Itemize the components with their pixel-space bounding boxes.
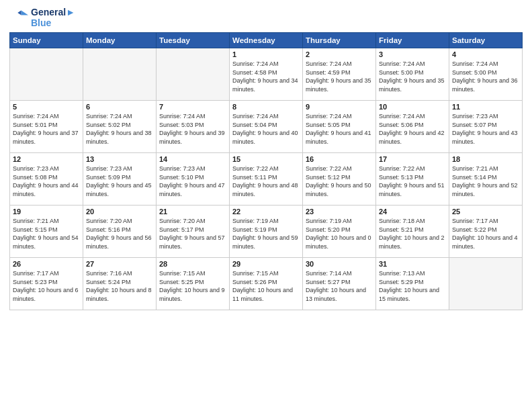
cell-info: Sunrise: 7:23 AMSunset: 5:08 PMDaylight:…: [13, 165, 80, 198]
day-number: 15: [232, 155, 300, 163]
day-number: 28: [159, 260, 226, 268]
day-number: 12: [13, 155, 80, 163]
day-number: 17: [379, 155, 446, 163]
day-number: 10: [379, 103, 446, 111]
calendar-cell: 7Sunrise: 7:24 AMSunset: 5:03 PMDaylight…: [157, 101, 230, 153]
logo-icon: [9, 8, 28, 27]
week-row-1: 1Sunrise: 7:24 AMSunset: 4:58 PMDaylight…: [10, 48, 523, 101]
cell-info: Sunrise: 7:22 AMSunset: 5:11 PMDaylight:…: [232, 165, 300, 198]
calendar-cell: 26Sunrise: 7:17 AMSunset: 5:23 PMDayligh…: [10, 258, 83, 310]
cell-info: Sunrise: 7:17 AMSunset: 5:22 PMDaylight:…: [452, 217, 519, 250]
day-number: 26: [13, 260, 80, 268]
calendar-table: SundayMondayTuesdayWednesdayThursdayFrid…: [9, 32, 523, 310]
calendar-cell: 10Sunrise: 7:24 AMSunset: 5:06 PMDayligh…: [376, 101, 449, 153]
calendar-cell: 28Sunrise: 7:15 AMSunset: 5:25 PMDayligh…: [157, 258, 230, 310]
cell-info: Sunrise: 7:19 AMSunset: 5:19 PMDaylight:…: [232, 217, 300, 250]
cell-info: Sunrise: 7:21 AMSunset: 5:15 PMDaylight:…: [13, 217, 80, 250]
week-row-3: 12Sunrise: 7:23 AMSunset: 5:08 PMDayligh…: [10, 153, 523, 205]
calendar-cell: 19Sunrise: 7:21 AMSunset: 5:15 PMDayligh…: [10, 205, 83, 258]
cell-info: Sunrise: 7:17 AMSunset: 5:23 PMDaylight:…: [13, 269, 80, 303]
cell-info: Sunrise: 7:16 AMSunset: 5:24 PMDaylight:…: [86, 269, 153, 303]
page: General► Blue SundayMondayTuesdayWednesd…: [0, 0, 532, 411]
logo: General► Blue: [9, 7, 75, 28]
header: General► Blue: [9, 7, 523, 28]
calendar-cell: 12Sunrise: 7:23 AMSunset: 5:08 PMDayligh…: [10, 153, 83, 205]
day-number: 25: [452, 208, 519, 216]
week-row-5: 26Sunrise: 7:17 AMSunset: 5:23 PMDayligh…: [10, 258, 523, 310]
weekday-header-friday: Friday: [376, 33, 449, 48]
cell-info: Sunrise: 7:24 AMSunset: 5:05 PMDaylight:…: [306, 112, 373, 146]
cell-info: Sunrise: 7:21 AMSunset: 5:14 PMDaylight:…: [452, 165, 519, 198]
calendar-cell: 9Sunrise: 7:24 AMSunset: 5:05 PMDaylight…: [303, 101, 376, 153]
cell-info: Sunrise: 7:20 AMSunset: 5:17 PMDaylight:…: [159, 217, 226, 250]
calendar-cell: [83, 48, 157, 101]
calendar-cell: 16Sunrise: 7:22 AMSunset: 5:12 PMDayligh…: [303, 153, 376, 205]
cell-info: Sunrise: 7:24 AMSunset: 5:00 PMDaylight:…: [452, 60, 519, 93]
calendar-cell: 23Sunrise: 7:19 AMSunset: 5:20 PMDayligh…: [303, 205, 376, 258]
cell-info: Sunrise: 7:19 AMSunset: 5:20 PMDaylight:…: [306, 217, 373, 250]
cell-info: Sunrise: 7:24 AMSunset: 5:04 PMDaylight:…: [232, 112, 300, 146]
calendar-cell: 6Sunrise: 7:24 AMSunset: 5:02 PMDaylight…: [83, 101, 157, 153]
cell-info: Sunrise: 7:15 AMSunset: 5:26 PMDaylight:…: [232, 269, 300, 303]
weekday-header-wednesday: Wednesday: [230, 33, 303, 48]
svg-marker-1: [17, 11, 21, 15]
day-number: 19: [13, 208, 80, 216]
day-number: 9: [306, 103, 373, 111]
day-number: 31: [379, 260, 446, 268]
day-number: 22: [232, 208, 300, 216]
cell-info: Sunrise: 7:18 AMSunset: 5:21 PMDaylight:…: [379, 217, 446, 250]
cell-info: Sunrise: 7:13 AMSunset: 5:29 PMDaylight:…: [379, 269, 446, 303]
cell-info: Sunrise: 7:23 AMSunset: 5:07 PMDaylight:…: [452, 112, 519, 146]
cell-info: Sunrise: 7:23 AMSunset: 5:10 PMDaylight:…: [159, 165, 226, 198]
cell-info: Sunrise: 7:20 AMSunset: 5:16 PMDaylight:…: [86, 217, 153, 250]
calendar-cell: 30Sunrise: 7:14 AMSunset: 5:27 PMDayligh…: [303, 258, 376, 310]
cell-info: Sunrise: 7:22 AMSunset: 5:13 PMDaylight:…: [379, 165, 446, 198]
calendar-cell: 21Sunrise: 7:20 AMSunset: 5:17 PMDayligh…: [157, 205, 230, 258]
weekday-header-monday: Monday: [83, 33, 157, 48]
day-number: 7: [159, 103, 226, 111]
day-number: 16: [306, 155, 373, 163]
calendar-cell: 22Sunrise: 7:19 AMSunset: 5:19 PMDayligh…: [230, 205, 303, 258]
calendar-cell: 4Sunrise: 7:24 AMSunset: 5:00 PMDaylight…: [449, 48, 523, 101]
calendar-cell: 14Sunrise: 7:23 AMSunset: 5:10 PMDayligh…: [157, 153, 230, 205]
calendar-cell: 20Sunrise: 7:20 AMSunset: 5:16 PMDayligh…: [83, 205, 157, 258]
cell-info: Sunrise: 7:14 AMSunset: 5:27 PMDaylight:…: [306, 269, 373, 303]
day-number: 13: [86, 155, 153, 163]
day-number: 21: [159, 208, 226, 216]
calendar-cell: 29Sunrise: 7:15 AMSunset: 5:26 PMDayligh…: [230, 258, 303, 310]
day-number: 27: [86, 260, 153, 268]
cell-info: Sunrise: 7:22 AMSunset: 5:12 PMDaylight:…: [306, 165, 373, 198]
weekday-header-row: SundayMondayTuesdayWednesdayThursdayFrid…: [10, 33, 523, 48]
calendar-cell: [10, 48, 83, 101]
calendar-cell: [157, 48, 230, 101]
calendar-cell: 2Sunrise: 7:24 AMSunset: 4:59 PMDaylight…: [303, 48, 376, 101]
cell-info: Sunrise: 7:24 AMSunset: 5:02 PMDaylight:…: [86, 112, 153, 146]
day-number: 4: [452, 50, 519, 58]
cell-info: Sunrise: 7:24 AMSunset: 5:06 PMDaylight:…: [379, 112, 446, 146]
day-number: 3: [379, 50, 446, 58]
cell-info: Sunrise: 7:24 AMSunset: 4:59 PMDaylight:…: [306, 60, 373, 93]
day-number: 5: [13, 103, 80, 111]
week-row-4: 19Sunrise: 7:21 AMSunset: 5:15 PMDayligh…: [10, 205, 523, 258]
cell-info: Sunrise: 7:24 AMSunset: 5:00 PMDaylight:…: [379, 60, 446, 93]
cell-info: Sunrise: 7:23 AMSunset: 5:09 PMDaylight:…: [86, 165, 153, 198]
weekday-header-saturday: Saturday: [449, 33, 523, 48]
calendar-cell: 8Sunrise: 7:24 AMSunset: 5:04 PMDaylight…: [230, 101, 303, 153]
cell-info: Sunrise: 7:24 AMSunset: 4:58 PMDaylight:…: [232, 60, 300, 93]
calendar-cell: 31Sunrise: 7:13 AMSunset: 5:29 PMDayligh…: [376, 258, 449, 310]
day-number: 6: [86, 103, 153, 111]
day-number: 14: [159, 155, 226, 163]
day-number: 18: [452, 155, 519, 163]
week-row-2: 5Sunrise: 7:24 AMSunset: 5:01 PMDaylight…: [10, 101, 523, 153]
day-number: 20: [86, 208, 153, 216]
logo-text: General► Blue: [31, 7, 75, 28]
calendar-cell: 3Sunrise: 7:24 AMSunset: 5:00 PMDaylight…: [376, 48, 449, 101]
day-number: 29: [232, 260, 300, 268]
weekday-header-tuesday: Tuesday: [157, 33, 230, 48]
day-number: 11: [452, 103, 519, 111]
calendar-cell: 13Sunrise: 7:23 AMSunset: 5:09 PMDayligh…: [83, 153, 157, 205]
weekday-header-sunday: Sunday: [10, 33, 83, 48]
day-number: 30: [306, 260, 373, 268]
calendar-cell: 11Sunrise: 7:23 AMSunset: 5:07 PMDayligh…: [449, 101, 523, 153]
calendar-cell: 18Sunrise: 7:21 AMSunset: 5:14 PMDayligh…: [449, 153, 523, 205]
